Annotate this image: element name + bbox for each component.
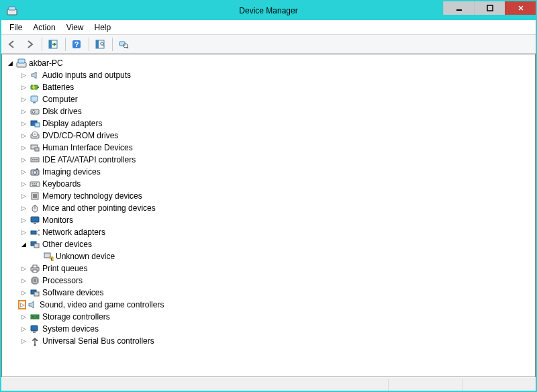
expander-closed-icon[interactable]: ▷ bbox=[19, 205, 28, 211]
svg-rect-55 bbox=[33, 270, 37, 273]
expander-closed-icon[interactable]: ▷ bbox=[19, 84, 28, 91]
toolbar-separator bbox=[89, 38, 89, 51]
pc-icon bbox=[29, 94, 41, 105]
tree-item-hid[interactable]: ▷ Human Interface Devices bbox=[3, 142, 534, 154]
expander-closed-icon[interactable]: ▷ bbox=[19, 144, 28, 151]
device-tree[interactable]: ◢ akbar-PC ▷ Audio inputs and outputs ▷ … bbox=[1, 54, 536, 377]
statusbar-cell bbox=[388, 379, 462, 391]
tree-item-computer[interactable]: ▷ Computer bbox=[3, 93, 534, 105]
svg-rect-57 bbox=[34, 279, 36, 282]
tree-label: Human Interface Devices bbox=[42, 143, 133, 152]
expander-closed-icon[interactable]: ▷ bbox=[19, 156, 28, 163]
tree-item-dvd[interactable]: ▷ DVD/CD-ROM drives bbox=[3, 130, 534, 142]
toolbar: ? bbox=[1, 35, 536, 54]
svg-rect-46 bbox=[31, 231, 36, 234]
svg-rect-9 bbox=[96, 40, 99, 48]
tree-label: akbar-PC bbox=[29, 58, 63, 68]
expander-closed-icon[interactable]: ▷ bbox=[19, 168, 28, 175]
expander-closed-icon[interactable]: ▷ bbox=[19, 301, 25, 308]
svg-rect-54 bbox=[33, 265, 37, 268]
menu-help[interactable]: Help bbox=[89, 21, 117, 34]
tree-label: Keyboards bbox=[42, 179, 81, 189]
svg-rect-37 bbox=[34, 183, 35, 185]
svg-point-20 bbox=[32, 111, 35, 113]
window-controls bbox=[443, 1, 536, 15]
tree-item-print[interactable]: ▷ Print queues bbox=[3, 262, 534, 275]
expander-closed-icon[interactable]: ▷ bbox=[19, 72, 28, 79]
tree-item-monitors[interactable]: ▷ Monitors bbox=[3, 214, 534, 226]
tree-item-audio[interactable]: ▷ Audio inputs and outputs bbox=[3, 69, 534, 81]
scan-hardware-button[interactable] bbox=[92, 36, 108, 52]
scan-button[interactable] bbox=[115, 36, 132, 52]
expander-closed-icon[interactable]: ▷ bbox=[19, 265, 28, 272]
tree-label: Software devices bbox=[42, 288, 103, 297]
tree-item-network[interactable]: ▷ Network adapters bbox=[3, 226, 534, 238]
menu-view[interactable]: View bbox=[61, 21, 89, 34]
tree-root[interactable]: ◢ akbar-PC bbox=[3, 57, 534, 69]
menubar: File Action View Help bbox=[1, 20, 536, 35]
svg-rect-61 bbox=[32, 316, 34, 317]
expander-closed-icon[interactable]: ▷ bbox=[19, 338, 28, 344]
expander-open-icon[interactable]: ◢ bbox=[6, 60, 14, 66]
svg-rect-16 bbox=[38, 87, 39, 88]
svg-rect-39 bbox=[32, 185, 37, 187]
expander-closed-icon[interactable]: ▷ bbox=[19, 313, 28, 320]
tree-item-sound[interactable]: ▷ Sound, video and game controllers bbox=[3, 299, 534, 311]
expander-closed-icon[interactable]: ▷ bbox=[19, 96, 28, 103]
tree-label: Mice and other pointing devices bbox=[42, 203, 156, 213]
tree-item-system[interactable]: ▷ System devices bbox=[3, 323, 534, 335]
tree-item-unknown[interactable]: ! Unknown device bbox=[3, 250, 534, 262]
tree-item-mice[interactable]: ▷ Mice and other pointing devices bbox=[3, 202, 534, 214]
tree-item-batteries[interactable]: ▷ Batteries bbox=[3, 81, 534, 93]
svg-point-30 bbox=[34, 159, 36, 160]
expander-closed-icon[interactable]: ▷ bbox=[19, 326, 28, 332]
svg-rect-45 bbox=[34, 223, 36, 224]
tree-item-software[interactable]: ▷ Software devices bbox=[3, 287, 534, 299]
minimize-button[interactable] bbox=[443, 1, 474, 15]
tree-item-keyboards[interactable]: ▷ Keyboards bbox=[3, 178, 534, 190]
expander-closed-icon[interactable]: ▷ bbox=[19, 120, 28, 127]
tree-item-other[interactable]: ◢ Other devices bbox=[3, 238, 534, 250]
network-icon bbox=[29, 227, 41, 238]
svg-rect-34 bbox=[36, 168, 38, 170]
svg-rect-27 bbox=[35, 148, 39, 151]
back-button[interactable] bbox=[4, 36, 20, 52]
expander-closed-icon[interactable]: ▷ bbox=[19, 289, 28, 296]
tree-item-display[interactable]: ▷ Display adapters bbox=[3, 117, 534, 130]
show-hide-console-button[interactable] bbox=[45, 36, 61, 52]
menu-file[interactable]: File bbox=[4, 21, 28, 34]
svg-rect-11 bbox=[119, 42, 125, 46]
expander-closed-icon[interactable]: ▷ bbox=[19, 217, 28, 224]
tree-item-disk[interactable]: ▷ Disk drives bbox=[3, 105, 534, 117]
system-icon bbox=[29, 324, 41, 334]
expander-closed-icon[interactable]: ▷ bbox=[19, 181, 28, 187]
tree-item-ide[interactable]: ▷ IDE ATA/ATAPI controllers bbox=[3, 154, 534, 166]
maximize-button[interactable] bbox=[474, 1, 505, 15]
statusbar bbox=[1, 379, 536, 391]
tree-item-storage[interactable]: ▷ Storage controllers bbox=[3, 311, 534, 323]
expander-closed-icon[interactable]: ▷ bbox=[19, 132, 28, 139]
svg-rect-50 bbox=[34, 244, 39, 248]
tree-label: Network adapters bbox=[42, 228, 105, 237]
close-button[interactable] bbox=[505, 1, 536, 15]
tree-item-usb[interactable]: ▷ Universal Serial Bus controllers bbox=[3, 335, 534, 347]
tree-item-processors[interactable]: ▷ Processors bbox=[3, 275, 534, 287]
computer-root-icon bbox=[15, 58, 28, 68]
tree-label: Display adapters bbox=[42, 119, 102, 128]
expander-open-icon[interactable]: ◢ bbox=[19, 241, 28, 248]
expander-closed-icon[interactable]: ▷ bbox=[19, 108, 28, 115]
menu-action[interactable]: Action bbox=[28, 21, 60, 34]
svg-point-65 bbox=[34, 344, 36, 346]
expander-closed-icon[interactable]: ▷ bbox=[19, 277, 28, 284]
svg-point-25 bbox=[34, 134, 36, 135]
expander-closed-icon[interactable]: ▷ bbox=[19, 193, 28, 199]
tree-item-memtech[interactable]: ▷ Memory technology devices bbox=[3, 190, 534, 202]
help-button[interactable]: ? bbox=[68, 36, 85, 52]
tree-label: Batteries bbox=[42, 83, 74, 92]
svg-point-10 bbox=[101, 42, 103, 44]
svg-rect-38 bbox=[36, 183, 37, 185]
camera-icon bbox=[29, 166, 41, 177]
forward-button[interactable] bbox=[21, 36, 38, 52]
expander-closed-icon[interactable]: ▷ bbox=[19, 229, 28, 236]
tree-item-imaging[interactable]: ▷ Imaging devices bbox=[3, 166, 534, 178]
